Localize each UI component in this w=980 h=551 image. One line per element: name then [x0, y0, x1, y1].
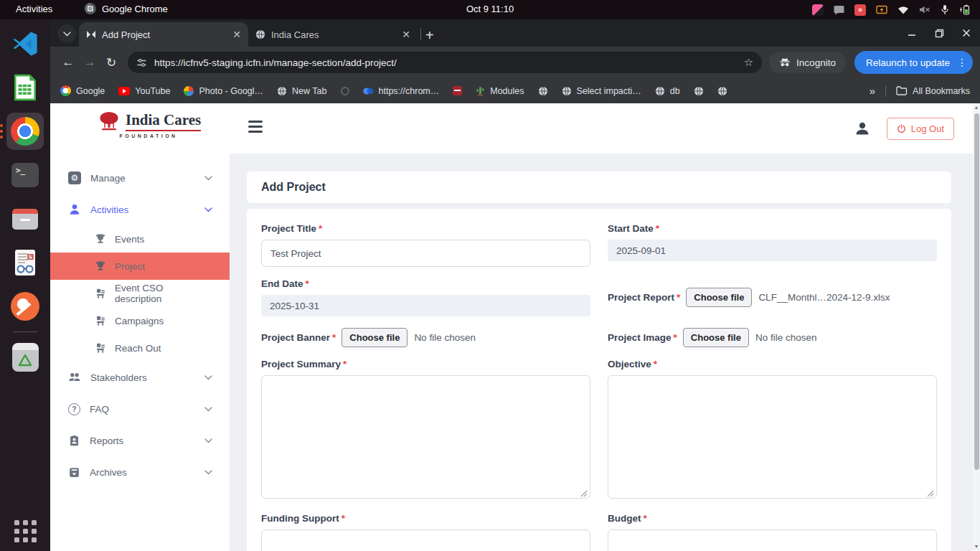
question-icon: ? [68, 403, 80, 415]
sidebar-item-project[interactable]: Project [50, 253, 230, 280]
sidebar-item-event-cso-description[interactable]: Event CSO description [50, 280, 230, 307]
project-summary-textarea[interactable] [261, 375, 590, 499]
media-app-icon[interactable] [812, 4, 824, 16]
site-logo[interactable]: India Cares FOUNDATION [96, 110, 201, 138]
end-date-input[interactable] [261, 295, 590, 316]
sidebar-item-activities[interactable]: Activities [50, 194, 230, 225]
site-info-icon[interactable] [136, 57, 147, 68]
project-image-choose-file-button[interactable]: Choose file [683, 328, 749, 347]
required-asterisk: * [656, 223, 659, 234]
scroll-up-arrow[interactable]: ▲ [974, 103, 979, 112]
sidebar-item-archives[interactable]: Archives [50, 456, 230, 488]
logout-button[interactable]: Log Out [887, 118, 954, 140]
sidebar-item-stakeholders[interactable]: Stakeholders [50, 362, 230, 393]
bookmark-new-tab[interactable]: New Tab [277, 86, 326, 96]
tab-close-icon[interactable]: ✕ [232, 29, 241, 40]
reload-button[interactable]: ↻ [100, 52, 122, 73]
dock-trash-icon[interactable] [6, 339, 44, 376]
window-minimize-button[interactable] [907, 28, 917, 38]
bajaj-icon [453, 86, 462, 95]
globe-icon [655, 86, 665, 96]
project-title-input[interactable] [261, 240, 590, 267]
funding-support-input[interactable] [261, 529, 590, 551]
wifi-icon[interactable] [897, 6, 909, 14]
project-report-choose-file-button[interactable]: Choose file [686, 288, 752, 307]
bookmark-globe-1[interactable] [538, 86, 548, 96]
project-banner-choose-file-button[interactable]: Choose file [341, 328, 407, 347]
chevron-down-icon [204, 176, 212, 181]
volume-muted-icon[interactable] [919, 5, 930, 14]
dock-document-viewer-icon[interactable] [6, 244, 44, 281]
project-banner-field: Project Banner* Choose file No file chos… [261, 328, 590, 347]
tab-india-cares[interactable]: India Cares ✕ [248, 22, 418, 47]
sidebar-item-campaigns[interactable]: Campaigns [50, 307, 230, 334]
required-asterisk: * [306, 278, 309, 289]
bookmark-photos[interactable]: Photo - Googl… [184, 86, 263, 96]
window-close-button[interactable] [961, 28, 971, 38]
relaunch-to-update-button[interactable]: Relaunch to update ⋮ [854, 51, 973, 74]
sidebar-item-faq[interactable]: ? FAQ [50, 393, 230, 425]
page-scrollbar[interactable]: ▲ ▼ [973, 103, 980, 551]
incognito-badge: Incognito [769, 52, 846, 73]
objective-textarea[interactable] [608, 375, 937, 499]
chat-icon[interactable] [834, 5, 844, 15]
dock-postman-icon[interactable] [6, 288, 44, 325]
globe-icon [277, 86, 287, 96]
user-profile-icon[interactable] [854, 120, 871, 137]
sidebar-item-manage[interactable]: ⚙ Manage [50, 162, 230, 194]
notification-app-icon[interactable]: » [854, 4, 866, 16]
dock-files-icon[interactable] [6, 200, 44, 237]
objective-label: Objective [608, 359, 651, 369]
dock-chrome-icon[interactable] [6, 113, 44, 150]
dock-vscode-icon[interactable] [6, 25, 44, 62]
folder-icon [896, 86, 908, 95]
battery-icon[interactable] [959, 4, 971, 15]
tab-add-project[interactable]: Add Project ✕ [79, 22, 248, 47]
required-asterisk: * [319, 223, 322, 234]
sidebar-item-events[interactable]: Events [50, 225, 230, 253]
bookmark-star-icon[interactable]: ☆ [744, 56, 753, 69]
tab-search-chevron-button[interactable] [57, 24, 76, 43]
incognito-label: Incognito [796, 57, 836, 68]
start-date-field: Start Date* [608, 223, 937, 261]
bookmark-modules[interactable]: Modules [476, 86, 524, 96]
new-tab-button[interactable]: + [425, 28, 434, 42]
bookmark-globe-3[interactable] [717, 86, 727, 96]
all-bookmarks-button[interactable]: All Bookmarks [896, 86, 970, 96]
browser-menu-icon[interactable]: ⋮ [957, 57, 967, 68]
scroll-down-arrow[interactable]: ▼ [973, 542, 980, 551]
bookmark-db[interactable]: db [655, 86, 680, 96]
project-image-field: Project Image* Choose file No file chose… [608, 328, 937, 347]
chrome-window: Add Project ✕ India Cares ✕ + ← → ↻ http… [50, 19, 980, 551]
bookmark-youtube[interactable]: YouTube [118, 86, 170, 96]
sidebar-item-reach-out[interactable]: Reach Out [50, 334, 230, 362]
globe-icon [562, 86, 572, 96]
dim-circle-icon [341, 87, 349, 95]
budget-input[interactable] [608, 529, 937, 551]
dock-libreoffice-calc-icon[interactable] [6, 69, 44, 106]
bookmark-globe-2[interactable] [694, 86, 704, 96]
screen-share-icon[interactable] [876, 5, 887, 15]
address-bar[interactable]: https://icfnv5-staging.icfn.in/manage-se… [128, 52, 762, 73]
bookmark-unnamed[interactable] [341, 87, 349, 95]
start-date-input[interactable] [608, 240, 937, 261]
chevron-down-icon [204, 407, 212, 412]
show-applications-button[interactable] [14, 520, 37, 542]
back-button[interactable]: ← [57, 52, 79, 73]
dock-terminal-icon[interactable]: >_ [6, 156, 44, 194]
bookmark-bajaj[interactable] [453, 86, 462, 95]
main-content: Add Project Project Title* Start Date* E… [230, 154, 973, 551]
tab-close-icon[interactable]: ✕ [402, 29, 410, 40]
forward-button[interactable]: → [79, 52, 100, 73]
bookmark-google[interactable]: Google [60, 85, 105, 96]
bookmark-select-impact[interactable]: Select impacti… [562, 86, 641, 96]
scrollbar-thumb[interactable] [974, 113, 979, 470]
globe-icon [538, 86, 548, 96]
window-restore-button[interactable] [934, 28, 944, 38]
bookmark-chrome-link[interactable]: https://chrom… [363, 86, 440, 96]
bookmarks-overflow-chevron[interactable]: » [870, 85, 875, 97]
microphone-icon[interactable] [941, 4, 949, 15]
project-banner-file-name: No file chosen [414, 332, 476, 343]
sidebar-item-reports[interactable]: Reports [50, 425, 230, 456]
sidebar-toggle-hamburger[interactable] [248, 121, 263, 133]
